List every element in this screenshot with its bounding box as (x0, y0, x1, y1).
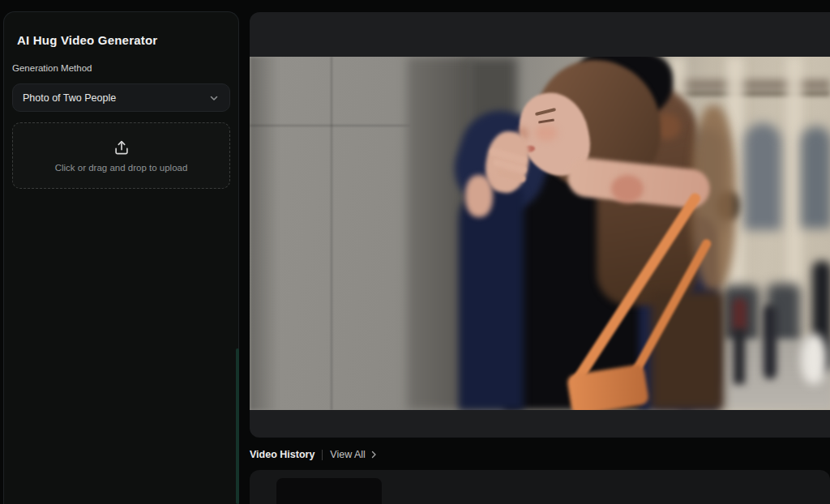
scene-arch-window-2 (744, 123, 781, 230)
chevron-right-icon (370, 451, 378, 459)
scene-face-cheek (535, 125, 558, 141)
scene-pedestrian-2-legs (734, 329, 745, 384)
generation-method-select[interactable]: Photo of Two People (12, 83, 230, 112)
divider (322, 450, 323, 460)
video-history-header: Video History View All (250, 447, 378, 462)
video-history-card (250, 470, 830, 504)
scene-arch-window-3 (801, 126, 830, 229)
sidebar-panel: AI Hug Video Generator Generation Method… (3, 11, 239, 504)
scene-white-bag-blob (801, 334, 827, 384)
page-title: AI Hug Video Generator (17, 33, 157, 47)
scene-elbow-red (611, 175, 644, 203)
upload-icon (113, 139, 130, 156)
scene-pedestrian-3 (764, 305, 777, 379)
scene-navy-arm-lower (459, 186, 524, 410)
scene-hair-lower (651, 292, 724, 410)
scene-wall-seam-vertical (331, 57, 332, 410)
scene-left-vignette (250, 57, 279, 410)
upload-hint-label: Click or drag and drop to upload (55, 163, 188, 173)
video-frame[interactable] (250, 57, 830, 410)
generation-method-value: Photo of Two People (23, 92, 116, 104)
scene-wrist-patch (465, 175, 493, 217)
scene-pedestrian-2-torso (733, 298, 747, 332)
view-all-label: View All (330, 449, 366, 460)
chevron-down-icon (209, 93, 219, 103)
history-thumbnail[interactable] (276, 478, 382, 504)
upload-dropzone[interactable]: Click or drag and drop to upload (12, 122, 230, 189)
video-player-card (250, 12, 830, 438)
sidebar-scrollbar-thumb[interactable] (236, 348, 239, 504)
generation-method-label: Generation Method (12, 63, 92, 73)
view-all-link[interactable]: View All (330, 449, 378, 460)
video-history-title: Video History (250, 449, 314, 460)
